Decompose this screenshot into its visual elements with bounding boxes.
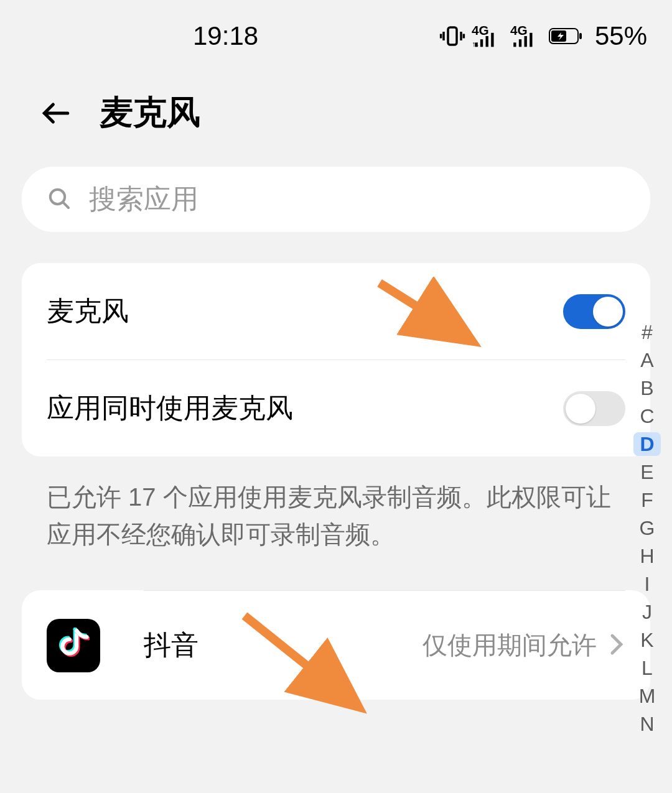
index-I[interactable]: I <box>633 572 661 596</box>
index-F[interactable]: F <box>633 488 661 512</box>
svg-text:↑↓: ↑↓ <box>472 40 479 49</box>
index-B[interactable]: B <box>633 376 661 400</box>
douyin-app-icon <box>47 619 100 672</box>
svg-rect-13 <box>579 33 582 39</box>
status-right: 4G ↑↓ 4G <box>439 21 647 51</box>
battery-icon <box>549 26 584 46</box>
index-H[interactable]: H <box>633 544 661 568</box>
index-N[interactable]: N <box>633 712 661 736</box>
index-M[interactable]: M <box>633 684 661 708</box>
alpha-index[interactable]: #ABCDEFGHIJKLMN <box>633 320 661 736</box>
index-C[interactable]: C <box>633 404 661 428</box>
microphone-toggle-switch[interactable] <box>563 294 625 329</box>
svg-rect-3 <box>480 39 483 47</box>
index-#[interactable]: # <box>633 320 661 344</box>
svg-text:4G: 4G <box>472 23 489 37</box>
search-icon <box>47 186 72 213</box>
search-placeholder: 搜索应用 <box>89 181 198 218</box>
permission-description: 已允许 17 个应用使用麦克风录制音频。此权限可让应用不经您确认即可录制音频。 <box>22 478 650 553</box>
svg-rect-8 <box>513 42 516 47</box>
page-title: 麦克风 <box>100 90 200 136</box>
svg-rect-4 <box>485 36 488 47</box>
microphone-settings-card: 麦克风 应用同时使用麦克风 <box>22 263 650 457</box>
svg-rect-0 <box>448 27 457 45</box>
multi-app-label: 应用同时使用麦克风 <box>47 390 293 427</box>
battery-percent: 55% <box>595 21 647 51</box>
index-D[interactable]: D <box>633 432 661 456</box>
header: 麦克风 <box>0 72 672 167</box>
svg-rect-10 <box>524 36 526 47</box>
index-G[interactable]: G <box>633 516 661 540</box>
svg-rect-11 <box>530 32 532 47</box>
multi-app-toggle-switch[interactable] <box>563 391 625 426</box>
signal-4g-icon-1: 4G ↑↓ <box>472 23 504 49</box>
back-button[interactable] <box>37 95 75 132</box>
index-L[interactable]: L <box>633 656 661 680</box>
microphone-label: 麦克风 <box>47 293 129 330</box>
status-time: 19:18 <box>193 21 258 51</box>
svg-text:4G: 4G <box>510 23 528 37</box>
app-row-douyin[interactable]: 抖音 仅使用期间允许 <box>22 591 650 700</box>
app-name: 抖音 <box>144 627 422 664</box>
vibrate-icon <box>439 23 465 49</box>
app-list-card: 抖音 仅使用期间允许 <box>22 590 650 700</box>
microphone-toggle-row[interactable]: 麦克风 <box>47 263 625 359</box>
chevron-right-icon <box>608 631 625 660</box>
search-input[interactable]: 搜索应用 <box>22 167 650 232</box>
svg-rect-9 <box>519 39 521 47</box>
multi-app-toggle-row[interactable]: 应用同时使用麦克风 <box>47 360 625 457</box>
app-permission-status: 仅使用期间允许 <box>422 628 597 662</box>
status-bar: 19:18 4G ↑↓ 4G <box>0 0 672 72</box>
index-J[interactable]: J <box>633 600 661 624</box>
svg-rect-5 <box>491 32 493 47</box>
index-K[interactable]: K <box>633 628 661 652</box>
index-A[interactable]: A <box>633 348 661 372</box>
index-E[interactable]: E <box>633 460 661 484</box>
signal-4g-icon-2: 4G <box>510 23 543 49</box>
